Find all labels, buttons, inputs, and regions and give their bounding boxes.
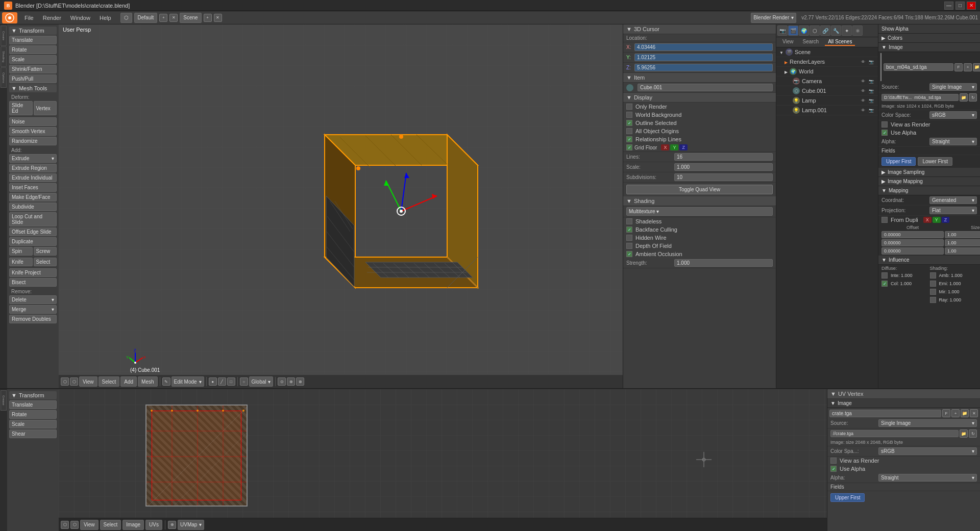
uv-source-dropdown[interactable]: Single Image ▾ (878, 419, 977, 427)
lamp001-render-icon[interactable]: 📷 (868, 107, 875, 114)
lines-input[interactable] (674, 153, 773, 161)
dupli-y-btn[interactable]: Y (933, 217, 941, 223)
colorspace-dropdown[interactable]: sRGB ▾ (929, 111, 977, 119)
uv-colorspace-dropdown[interactable]: sRGB ▾ (878, 447, 977, 455)
source-dropdown[interactable]: Single Image ▾ (929, 83, 977, 91)
uv-view-btn[interactable]: View (80, 520, 99, 530)
select-btn[interactable]: Select (34, 258, 57, 266)
uv-image-section[interactable]: ▼ Image (827, 399, 980, 408)
outliner-all-tab[interactable]: All Scenes (825, 38, 855, 46)
minimize-button[interactable]: — (944, 2, 953, 10)
extrude-dropdown[interactable]: Extrude ▾ (9, 154, 57, 163)
grid-floor-cb[interactable] (626, 144, 632, 150)
uv-scale-btn[interactable]: Scale (9, 420, 57, 428)
outliner-cube[interactable]: ⬡ Cube.001 👁 📷 (776, 86, 878, 96)
camera-render-icon[interactable]: 📷 (868, 78, 875, 85)
merge-dropdown[interactable]: Merge ▾ (9, 305, 57, 314)
uv-select-btn[interactable]: Select (100, 520, 121, 530)
influence-section[interactable]: ▼ Influence (878, 256, 980, 265)
props-render-icon[interactable]: 📷 (777, 26, 788, 36)
snap3[interactable]: ⊗ (296, 377, 304, 386)
uv-path-input[interactable] (830, 430, 959, 437)
mapping-section[interactable]: ▼ Mapping (878, 186, 980, 195)
projection-dropdown[interactable]: Flat ▾ (929, 207, 977, 214)
uv-image-btn[interactable]: Image (122, 520, 144, 530)
backface-cb[interactable] (626, 226, 632, 233)
path-reload[interactable]: ↻ (969, 93, 977, 102)
size-y[interactable] (945, 239, 980, 246)
shading-dropdown[interactable]: Multitexture ▾ (626, 207, 773, 216)
create-tab[interactable]: Create (1, 26, 7, 46)
subdivide-btn[interactable]: Subdivide (9, 203, 57, 211)
remove-doubles-btn[interactable]: Remove Doubles (9, 315, 57, 323)
uv-icon2[interactable]: ⬡ (70, 521, 79, 529)
close-button[interactable]: ✕ (967, 2, 976, 10)
props-constraint-icon[interactable]: 🔗 (820, 26, 830, 36)
vertex-btn[interactable]: Vertex (34, 101, 57, 115)
uv-icon1[interactable]: ⬡ (61, 521, 69, 529)
outliner-renderlayers[interactable]: RenderLayers 👁 📷 (776, 57, 878, 67)
props-particles-icon[interactable]: ✦ (842, 26, 852, 36)
menu-help[interactable]: Help (95, 13, 115, 23)
from-dupli-cb[interactable] (881, 217, 888, 223)
menu-render[interactable]: Render (39, 13, 65, 23)
show-alpha-section[interactable]: Show Alpha (878, 24, 980, 34)
scale-btn[interactable]: Scale (9, 55, 57, 64)
knife-btn[interactable]: Knife (9, 258, 33, 266)
translate-btn[interactable]: Translate (9, 36, 57, 44)
dupli-x-btn[interactable]: X (923, 217, 932, 223)
shrink-btn[interactable]: Shrink/Fatten (9, 65, 57, 73)
offset-z[interactable] (881, 247, 944, 255)
screw-btn[interactable]: Screw (34, 247, 57, 256)
main-viewport[interactable]: User Persp (59, 24, 623, 388)
cursor-y-input[interactable] (634, 54, 773, 61)
rotate-btn[interactable]: Rotate (9, 45, 57, 54)
layout-default[interactable]: Default (134, 13, 158, 23)
uv-mode-icon[interactable]: ⊕ (168, 521, 176, 529)
uv-path-reload[interactable]: ↻ (969, 429, 977, 438)
dupli-z-btn[interactable]: Z (942, 217, 950, 223)
uv-rotate-btn[interactable]: Rotate (9, 410, 57, 419)
view-mode-icons[interactable]: ⬡ (120, 13, 132, 23)
uv-image-input[interactable] (829, 410, 941, 417)
offset-x[interactable] (881, 231, 944, 238)
layout-del[interactable]: ✕ (169, 14, 178, 22)
lamp001-eye-icon[interactable]: 👁 (860, 107, 867, 114)
cursor-header[interactable]: ▼ 3D Cursor (623, 24, 776, 34)
props-object-icon[interactable]: ⬡ (810, 26, 820, 36)
uv-use-alpha-cb[interactable] (830, 466, 837, 472)
grid-x-btn[interactable]: X (661, 144, 669, 150)
emi-cb[interactable] (930, 281, 936, 287)
item-header[interactable]: ▼ Item (623, 73, 776, 83)
uv-viewport[interactable]: ⬡ ⬡ View Select Image UVs ⊕ UVMap ▾ (59, 389, 827, 531)
image-open[interactable]: 📁 (973, 63, 980, 71)
upper-first-btn[interactable]: Upper First (881, 157, 916, 166)
uv-uvs-btn[interactable]: UVs (145, 520, 162, 530)
pivot-dropdown[interactable]: Global ▾ (249, 376, 274, 387)
amb-cb[interactable] (930, 272, 936, 279)
mode-icon[interactable]: ✎ (162, 377, 170, 386)
scene-del[interactable]: ✕ (214, 14, 222, 22)
lower-first-btn[interactable]: Lower First (918, 157, 952, 166)
cursor-z-input[interactable] (634, 64, 773, 71)
path-browse[interactable]: 📁 (960, 93, 968, 102)
image-mapping-section[interactable]: ▶ Image Mapping (878, 177, 980, 186)
image-name-input[interactable] (884, 63, 953, 71)
offset-edge-btn[interactable]: Offset Edge Slide (9, 227, 57, 236)
vp-icon2[interactable]: ⬡ (70, 377, 78, 386)
lamp-eye-icon[interactable]: 👁 (860, 97, 867, 104)
renderlayers-eye[interactable]: 👁 (860, 58, 867, 65)
knife-project-btn[interactable]: Knife Project (9, 268, 57, 277)
vp-add-btn[interactable]: Add (120, 376, 137, 387)
col-cb[interactable] (881, 281, 888, 287)
path-input[interactable] (881, 94, 959, 101)
cube-render-icon[interactable]: 📷 (868, 87, 875, 94)
select-mode3[interactable]: □ (227, 377, 235, 386)
uv-shear-btn[interactable]: Shear (9, 429, 57, 438)
props-world-icon[interactable]: 🌍 (799, 26, 809, 36)
uv-new-btn[interactable]: + (951, 409, 960, 417)
snap2[interactable]: ⊕ (287, 377, 295, 386)
options-tab[interactable]: Options (1, 67, 7, 88)
extrude-region-btn[interactable]: Extrude Region (9, 164, 57, 172)
props-modifier-icon[interactable]: 🔧 (831, 26, 841, 36)
